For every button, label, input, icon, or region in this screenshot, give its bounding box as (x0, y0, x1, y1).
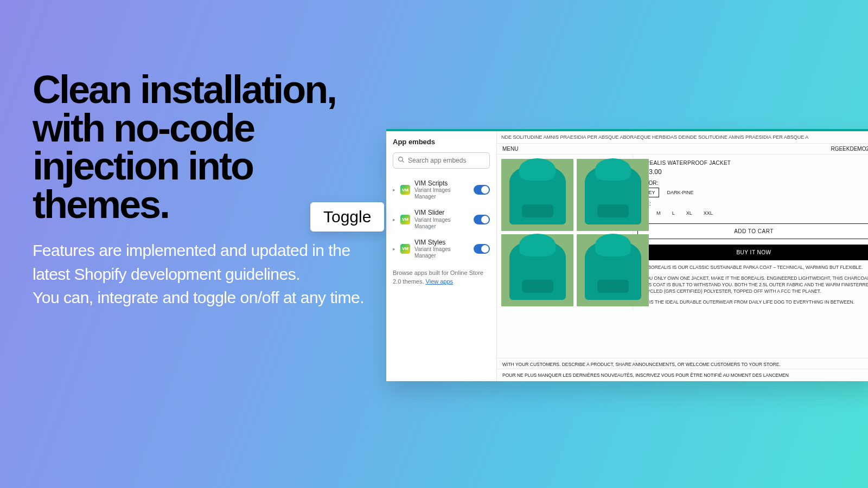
browse-apps-text: Browse apps built for Online Store 2.0 t… (393, 269, 490, 286)
chevron-right-icon: ▸ (393, 187, 396, 192)
store-name: RGEEKDEMO2 (831, 146, 868, 152)
menu-link[interactable]: MENU (502, 146, 518, 152)
embed-row[interactable]: ▸ VM VIM Styles Variant Images Manager (393, 234, 490, 264)
search-app-embeds[interactable] (393, 152, 490, 169)
product-thumb[interactable] (577, 234, 649, 306)
app-icon: VM (400, 185, 410, 195)
embed-name: VIM Slider (414, 209, 469, 216)
size-option[interactable]: L (669, 209, 678, 217)
view-apps-link[interactable]: View apps (426, 278, 454, 285)
app-embeds-title: App embeds (393, 138, 490, 146)
embed-row[interactable]: ▸ VM VIM Slider Variant Images Manager (393, 204, 490, 234)
embed-toggle[interactable] (474, 244, 490, 254)
subcopy: Features are implemented and updated in … (33, 239, 369, 310)
editor-mockup: App embeds ▸ VM VIM Scripts Variant Imag… (386, 129, 868, 381)
search-icon (398, 156, 405, 165)
add-to-cart-button[interactable]: ADD TO CART (637, 223, 868, 239)
app-icon: VM (400, 244, 410, 254)
product-price: ₦103.00 (637, 168, 868, 176)
embed-toggle[interactable] (474, 215, 490, 224)
embed-toggle[interactable] (474, 185, 490, 195)
product-desc: IF YOU ONLY OWN ONE JACKET, MAKE IT THE … (637, 275, 868, 295)
announcement-bar: NDE SOLITUDINE AMNIS PRAESIDIA PER ABSQU… (497, 131, 868, 144)
product-desc: THE BOREALIS IS OUR CLASSIC SUSTAINABLE … (637, 265, 868, 271)
search-input[interactable] (408, 157, 485, 164)
buy-now-button[interactable]: BUY IT NOW (637, 245, 868, 260)
chevron-right-icon: ▸ (393, 246, 396, 252)
store-preview: NDE SOLITUDINE AMNIS PRAESIDIA PER ABSQU… (497, 131, 868, 381)
embed-name: VIM Scripts (414, 179, 469, 187)
toggle-callout: Toggle (310, 202, 384, 232)
product-title: BOREALIS WATERPROOF JACKET (637, 160, 868, 166)
product-thumb[interactable] (501, 234, 573, 306)
app-icon: VM (400, 215, 410, 224)
footer-text: POUR NE PLUS MANQUER LES DERNIÈRES NOUVE… (497, 369, 868, 381)
size-label: SIZE: (637, 201, 868, 207)
color-option[interactable]: DARK-PINE (664, 188, 697, 197)
svg-line-1 (402, 160, 404, 162)
embed-row[interactable]: ▸ VM VIM Scripts Variant Images Manager (393, 175, 490, 204)
product-info: BOREALIS WATERPROOF JACKET ₦103.00 COLOR… (633, 155, 868, 311)
product-gallery (497, 155, 633, 311)
headline: Clean installation, with no-code injecti… (33, 70, 369, 223)
size-option[interactable]: XXL (700, 209, 716, 217)
size-option[interactable]: XL (683, 209, 695, 217)
svg-point-0 (399, 157, 403, 162)
chevron-right-icon: ▸ (393, 217, 396, 222)
product-thumb[interactable] (501, 159, 573, 231)
embed-manager: Variant Images Manager (414, 217, 469, 230)
app-embeds-panel: App embeds ▸ VM VIM Scripts Variant Imag… (386, 131, 497, 381)
size-option[interactable]: M (653, 209, 664, 217)
color-label: COLOR: (637, 180, 868, 186)
embed-name: VIM Styles (414, 239, 469, 246)
product-desc: THIS IS THE IDEAL DURABLE OUTERWEAR FROM… (637, 299, 868, 306)
embed-manager: Variant Images Manager (414, 187, 469, 200)
product-thumb[interactable] (577, 159, 649, 231)
embed-manager: Variant Images Manager (414, 246, 469, 259)
